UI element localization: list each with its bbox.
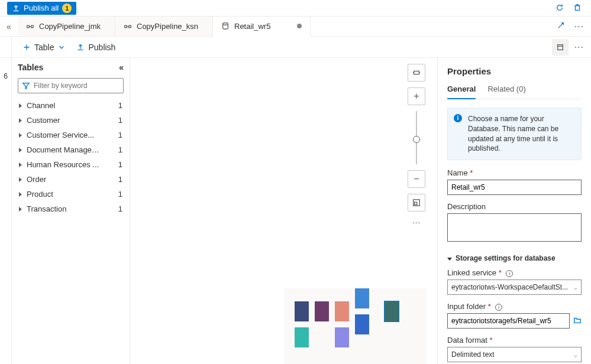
- svg-rect-6: [557, 44, 563, 50]
- canvas-more-icon[interactable]: ···: [412, 217, 421, 227]
- pipeline-icon: [124, 22, 132, 31]
- name-label: Name *: [447, 168, 582, 177]
- table-item-label: Channel: [27, 101, 55, 110]
- canvas-area[interactable]: + − ···: [130, 58, 437, 364]
- entity-shape[interactable]: [335, 301, 349, 321]
- chevron-down-icon: ⌵: [574, 284, 577, 291]
- filter-input[interactable]: [34, 82, 122, 90]
- publish-label: Publish: [88, 43, 115, 52]
- pending-changes-badge: 1: [62, 4, 72, 13]
- tab-label: Retail_wr5: [234, 22, 270, 31]
- tab-copypipeline-jmk[interactable]: CopyPipeline_jmk: [18, 17, 115, 36]
- table-item[interactable]: Document Managem...1: [18, 142, 124, 157]
- entity-shape[interactable]: [385, 301, 399, 321]
- input-folder-input[interactable]: [447, 313, 570, 329]
- caret-right-icon: [19, 162, 22, 167]
- expand-icon[interactable]: [557, 21, 567, 32]
- tables-panel: Tables « Channel1Customer1Customer Servi…: [12, 58, 130, 364]
- properties-panel: Properties General Related (0) i Choose …: [437, 58, 591, 364]
- tab-label: CopyPipeline_jmk: [39, 22, 101, 31]
- table-item[interactable]: Channel1: [18, 98, 124, 113]
- fit-to-screen-button[interactable]: [408, 64, 425, 82]
- table-item-count: 1: [118, 190, 122, 199]
- add-table-label: Table: [34, 43, 54, 52]
- info-icon: i: [454, 114, 462, 122]
- pipeline-icon: [26, 22, 34, 31]
- info-icon[interactable]: i: [506, 270, 513, 277]
- table-item[interactable]: Human Resources ...1: [18, 157, 124, 172]
- table-item[interactable]: Customer1: [18, 113, 124, 128]
- data-format-select[interactable]: Delimited text⌵: [447, 347, 582, 362]
- collapse-left-icon[interactable]: «: [0, 17, 18, 36]
- info-callout: i Choose a name for your Database. This …: [447, 108, 582, 160]
- minimap-toggle-button[interactable]: [408, 194, 425, 212]
- caret-right-icon: [19, 177, 22, 182]
- table-item[interactable]: Transaction1: [18, 202, 124, 216]
- filter-input-container: [18, 78, 124, 93]
- entity-shape[interactable]: [335, 327, 349, 347]
- tab-retail-wr5[interactable]: Retail_wr5: [213, 17, 311, 37]
- description-input[interactable]: [447, 213, 582, 242]
- table-item-count: 1: [118, 160, 122, 169]
- table-item-label: Order: [27, 175, 46, 184]
- entity-shape[interactable]: [355, 288, 369, 308]
- more-menu-icon[interactable]: ···: [574, 42, 584, 53]
- table-item-label: Human Resources ...: [27, 160, 99, 169]
- table-item[interactable]: Order1: [18, 172, 124, 187]
- collapse-panel-icon[interactable]: «: [119, 63, 124, 72]
- table-item-count: 1: [118, 101, 122, 110]
- properties-toggle-icon[interactable]: [552, 39, 569, 56]
- table-item-label: Document Managem...: [27, 145, 104, 154]
- table-item-count: 1: [118, 204, 122, 213]
- caret-right-icon: [19, 192, 22, 197]
- caret-right-icon: [19, 148, 22, 152]
- linked-service-select[interactable]: eytractoriotws-WorkspaceDefaultSt...⌵: [447, 280, 582, 295]
- entity-shape[interactable]: [295, 327, 309, 347]
- publish-all-button[interactable]: Publish all 1: [7, 2, 76, 15]
- diagram-minimap: [284, 288, 426, 364]
- chevron-down-icon: [57, 43, 66, 51]
- chevron-down-icon: ⌵: [574, 352, 577, 358]
- table-item-label: Customer Service...: [27, 131, 94, 139]
- table-item[interactable]: Customer Service...1: [18, 128, 124, 142]
- table-item-label: Customer: [27, 116, 60, 125]
- entity-shape[interactable]: [295, 301, 309, 321]
- tab-copypipeline-ksn[interactable]: CopyPipeline_ksn: [115, 17, 213, 36]
- tab-related[interactable]: Related (0): [487, 84, 525, 99]
- filter-icon: [22, 82, 30, 90]
- plus-icon: [22, 43, 31, 51]
- browse-folder-icon[interactable]: [573, 316, 582, 326]
- storage-settings-toggle[interactable]: Storage settings for database: [447, 254, 582, 262]
- svg-rect-2: [31, 25, 34, 28]
- zoom-out-button[interactable]: −: [408, 170, 425, 188]
- info-icon[interactable]: i: [495, 304, 502, 311]
- zoom-slider-handle[interactable]: [413, 136, 420, 143]
- refresh-icon[interactable]: [556, 4, 565, 13]
- more-menu-icon[interactable]: ···: [574, 21, 584, 32]
- entity-shape[interactable]: [315, 301, 329, 321]
- svg-rect-1: [27, 25, 30, 28]
- table-item-count: 1: [118, 131, 122, 139]
- publish-all-label: Publish all: [24, 4, 59, 12]
- table-item[interactable]: Product1: [18, 187, 124, 202]
- zoom-slider-track: [416, 111, 417, 164]
- input-folder-label: Input folder * i: [447, 302, 582, 311]
- name-input[interactable]: [447, 180, 582, 195]
- svg-rect-4: [129, 25, 131, 28]
- svg-point-5: [223, 23, 228, 25]
- upload-icon: [12, 4, 20, 12]
- caret-right-icon: [19, 207, 22, 212]
- table-item-count: 1: [118, 116, 122, 125]
- caret-right-icon: [19, 133, 22, 138]
- info-text: Choose a name for your Database. This na…: [468, 115, 558, 152]
- entity-shape[interactable]: [355, 314, 369, 334]
- svg-rect-9: [415, 202, 417, 204]
- add-table-button[interactable]: Table: [22, 43, 66, 52]
- tab-general[interactable]: General: [447, 84, 476, 99]
- data-format-label: Data format *: [447, 336, 582, 344]
- table-item-count: 1: [118, 145, 122, 154]
- publish-button[interactable]: Publish: [76, 43, 115, 52]
- zoom-in-button[interactable]: +: [408, 87, 425, 105]
- linked-service-label: Linked service * i: [447, 268, 582, 277]
- discard-icon[interactable]: [573, 4, 583, 13]
